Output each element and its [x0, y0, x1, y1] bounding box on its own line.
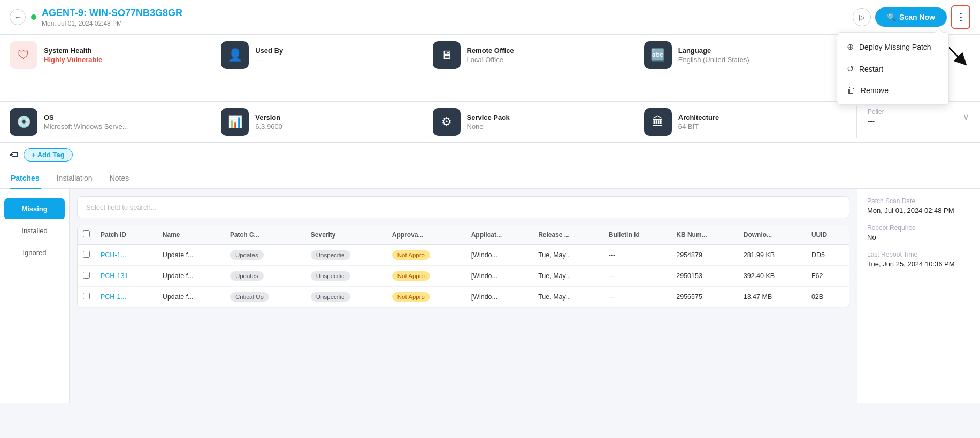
os-label: OS: [44, 113, 128, 121]
restart-item[interactable]: ↺ Restart: [837, 58, 948, 80]
row3-check[interactable]: [83, 293, 90, 299]
row3-bulletin: ---: [603, 287, 671, 308]
row2-approval: Not Appro: [387, 266, 466, 287]
skip-button[interactable]: ▷: [853, 8, 871, 26]
table-header: Patch ID Name Patch C... Severity Approv…: [78, 225, 849, 245]
version-label: Version: [255, 113, 282, 121]
service-pack-card: ⚙ Service Pack None: [433, 108, 636, 136]
nav-missing[interactable]: Missing: [4, 198, 65, 219]
tab-patches[interactable]: Patches: [10, 167, 41, 189]
nav-installed[interactable]: Installed: [4, 220, 65, 241]
row2-patch-cat: Updates: [225, 266, 305, 287]
reboot-required-field: Reboot Required No: [867, 224, 970, 241]
header-patch-id: Patch ID: [95, 225, 157, 245]
table-wrap: Patch ID Name Patch C... Severity Approv…: [77, 225, 849, 308]
row3-uuid: 02B: [806, 287, 849, 308]
table-body: PCH-1... Update f... Updates Unspecifie …: [78, 245, 849, 308]
remote-office-value: Local Office: [467, 56, 514, 64]
tab-installation[interactable]: Installation: [56, 167, 94, 189]
remote-office-card: 🖥 Remote Office Local Office: [433, 41, 636, 69]
os-card: 💿 OS Microsoft Windows Serve...: [10, 108, 212, 136]
row2-check[interactable]: [83, 272, 90, 279]
service-pack-icon: ⚙: [433, 108, 461, 136]
header-download: Downlo...: [738, 225, 806, 245]
system-health-value: Highly Vulnerable: [44, 56, 102, 64]
last-reboot-field: Last Reboot Time Tue, Jun 25, 2024 10:36…: [867, 251, 970, 268]
os-value: Microsoft Windows Serve...: [44, 122, 128, 130]
right-panel: Patch Scan Date Mon, Jul 01, 2024 02:48 …: [857, 189, 980, 403]
architecture-icon: 🏛: [644, 108, 672, 136]
main-content: Missing Installed Ignored Select field t…: [0, 189, 980, 403]
row3-download: 13.47 MB: [738, 287, 806, 308]
language-label: Language: [678, 47, 749, 55]
row3-application: [Windo...: [466, 287, 533, 308]
version-card: 📊 Version 6.3.9600: [221, 108, 424, 136]
patch-area: Select field to search... Patch ID Name …: [70, 189, 857, 403]
restart-icon: ↺: [847, 64, 854, 74]
info-grid-row2: 💿 OS Microsoft Windows Serve... 📊 Versio…: [10, 108, 847, 136]
row1-patch-id: PCH-1...: [95, 245, 157, 266]
dropdown-menu: ⊕ Deploy Missing Patch ↺ Restart 🗑 Remov…: [837, 32, 949, 105]
header-checkbox-col: [78, 225, 95, 245]
tab-notes[interactable]: Notes: [109, 167, 131, 189]
used-by-value: ---: [255, 56, 283, 64]
more-options-button[interactable]: ⋮: [951, 5, 970, 29]
table-row: PCH-1... Update f... Updates Unspecifie …: [78, 245, 849, 266]
row1-patch-cat: Updates: [225, 245, 305, 266]
row3-patch-cat: Critical Up: [225, 287, 305, 308]
agent-title: AGENT-9: WIN-SO77NB3G8GR: [42, 7, 182, 19]
row2-kb: 2950153: [671, 266, 738, 287]
tag-icon: 🏷: [10, 150, 18, 160]
tabs-row: Patches Installation Notes: [0, 167, 980, 189]
architecture-card: 🏛 Architecture 64 BIT: [644, 108, 847, 136]
patch-scan-date-field: Patch Scan Date Mon, Jul 01, 2024 02:48 …: [867, 197, 970, 214]
row2-name: Update f...: [157, 266, 225, 287]
system-health-icon: 🛡: [10, 41, 37, 69]
language-icon: 🔤: [644, 41, 672, 69]
architecture-value: 64 BIT: [678, 122, 719, 130]
language-value: English (United States): [678, 56, 749, 64]
row3-approval: Not Appro: [387, 287, 466, 308]
row1-application: [Windo...: [466, 245, 533, 266]
row1-uuid: DD5: [806, 245, 849, 266]
row2-checkbox: [78, 266, 95, 287]
row2-application: [Windo...: [466, 266, 533, 287]
header-patch-cat: Patch C...: [225, 225, 305, 245]
row2-bulletin: ---: [603, 266, 671, 287]
left-nav: Missing Installed Ignored: [0, 189, 70, 403]
row1-check[interactable]: [83, 251, 90, 258]
remote-office-label: Remote Office: [467, 47, 514, 55]
remote-office-icon: 🖥: [433, 41, 461, 69]
version-value: 6.3.9600: [255, 122, 282, 130]
header-severity: Severity: [305, 225, 387, 245]
scan-icon: 🔍: [887, 13, 896, 21]
row3-release: Tue, May...: [533, 287, 603, 308]
row3-severity: Unspecifie: [305, 287, 387, 308]
system-health-card: 🛡 System Health Highly Vulnerable: [10, 41, 212, 69]
back-button[interactable]: ←: [10, 9, 26, 25]
agent-date: Mon, Jul 01, 2024 02:48 PM: [42, 20, 182, 27]
add-tag-button[interactable]: + Add Tag: [24, 148, 73, 162]
info-grid-row1: 🛡 System Health Highly Vulnerable 👤 Used…: [10, 41, 847, 69]
row1-severity: Unspecifie: [305, 245, 387, 266]
header-right: ▷ 🔍 Scan Now ⋮ ⊕ Deploy Missing Patch ↺ …: [853, 5, 970, 29]
poller-chevron[interactable]: ∨: [963, 112, 969, 122]
scan-now-button[interactable]: 🔍 Scan Now: [875, 7, 947, 27]
remove-icon: 🗑: [847, 86, 855, 95]
table-row: PCH-131 Update f... Updates Unspecifie N…: [78, 266, 849, 287]
dropdown-arrow: [935, 27, 943, 33]
patches-table: Patch ID Name Patch C... Severity Approv…: [78, 225, 849, 308]
sidebar-middle: Poller --- ∨: [857, 102, 980, 142]
header-approval: Approva...: [387, 225, 466, 245]
nav-ignored[interactable]: Ignored: [4, 242, 65, 263]
remove-item[interactable]: 🗑 Remove: [837, 80, 948, 101]
row2-severity: Unspecifie: [305, 266, 387, 287]
poller-field: Poller --- ∨: [868, 108, 969, 125]
header-kb: KB Num...: [671, 225, 738, 245]
row2-patch-id: PCH-131: [95, 266, 157, 287]
deploy-missing-patch-item[interactable]: ⊕ Deploy Missing Patch: [837, 36, 948, 58]
select-all-checkbox[interactable]: [83, 230, 90, 237]
architecture-label: Architecture: [678, 113, 719, 121]
language-card: 🔤 Language English (United States): [644, 41, 847, 69]
search-bar[interactable]: Select field to search...: [77, 196, 849, 218]
